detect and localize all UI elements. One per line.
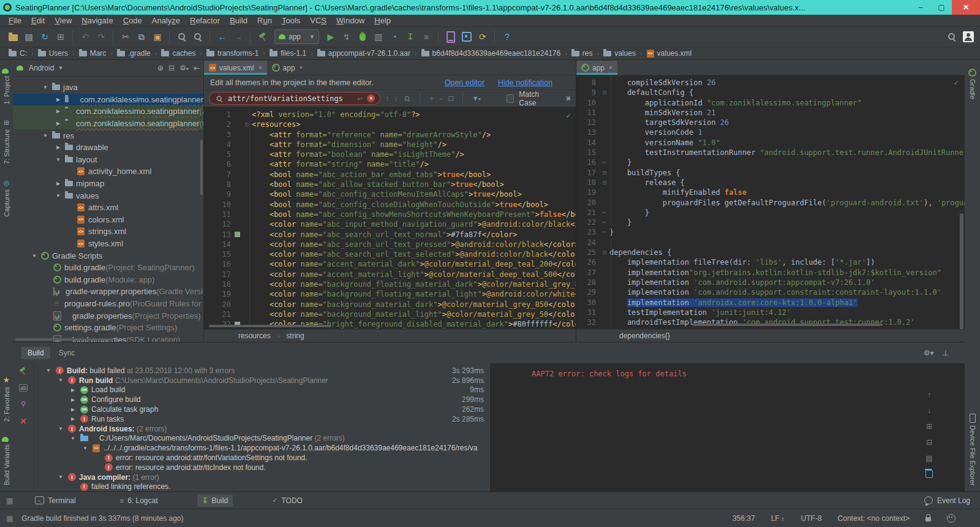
code-line[interactable]: 16⌐ }	[576, 157, 965, 167]
lock-icon[interactable]	[925, 517, 931, 521]
tool-strip-7-structure[interactable]: ⊞7: Structure	[3, 119, 10, 164]
fold-marker-icon[interactable]: ⌐	[600, 218, 609, 227]
project-tree-item[interactable]: ▼java	[13, 82, 203, 94]
match-case-checkbox[interactable]	[507, 94, 514, 103]
chevron-down-icon[interactable]: ▼	[81, 445, 89, 451]
build-tree-row[interactable]: ▶OKConfigure build299ms	[34, 395, 490, 404]
code-line[interactable]: 21 <color name="background_material_ligh…	[204, 309, 576, 319]
filter-icon[interactable]: ▼▾	[472, 95, 480, 102]
build-panel-tab-build[interactable]: Build	[21, 347, 50, 359]
minimize-button[interactable]: –	[910, 0, 931, 15]
code-line[interactable]: 23⌐}	[576, 227, 965, 237]
code-line[interactable]: 25⊟dependencies {	[576, 248, 965, 257]
menu-item-tools[interactable]: Tools	[277, 16, 305, 25]
export-icon[interactable]: ⊟	[926, 438, 932, 447]
chevron-right-icon[interactable]: ▶	[69, 387, 77, 393]
chevron-down-icon[interactable]: ▼	[57, 377, 64, 383]
gear-icon[interactable]: ⚙▾	[179, 64, 189, 72]
code-line[interactable]: 11 minSdkVersion 21	[576, 108, 965, 118]
chevron-right-icon[interactable]: ▶	[55, 108, 62, 114]
fold-marker-icon[interactable]: ⊟	[600, 168, 609, 178]
breadcrumb-item[interactable]: transforms-1	[204, 49, 261, 58]
pin-icon[interactable]: ⚲	[21, 400, 26, 408]
code-line[interactable]: 30 implementation 'androidx.core:core-kt…	[576, 298, 965, 308]
breadcrumb-item[interactable]: caches	[159, 49, 198, 58]
clear-all-icon[interactable]	[925, 470, 933, 478]
tab-app[interactable]: app×	[576, 61, 617, 75]
menu-item-refactor[interactable]: Refactor	[185, 16, 225, 25]
code-line[interactable]: 15 testInstrumentationRunner "android.su…	[576, 148, 965, 157]
tool-strip-build-variants[interactable]: Build Variants	[2, 437, 12, 485]
code-line[interactable]: 12 <color name="abc_input_method_navigat…	[204, 219, 576, 229]
tool-strip-1-project[interactable]: 1: Project	[2, 69, 12, 104]
replace-icon[interactable]	[190, 29, 205, 44]
project-tree-item[interactable]: <>strings.xml	[13, 226, 203, 238]
code-line[interactable]: 16 <color name="accent_material_dark">@c…	[204, 259, 576, 269]
build-tree-row[interactable]: !error: resource android:attr/fontVariat…	[34, 453, 490, 463]
inspections-profile-icon[interactable]	[947, 514, 956, 523]
chevron-right-icon[interactable]: ▶	[55, 145, 62, 150]
code-line[interactable]: 17 <color name="accent_material_light">@…	[204, 270, 576, 279]
remove-occurrence-icon[interactable]: −	[439, 94, 443, 103]
menu-item-window[interactable]: Window	[331, 16, 369, 25]
code-area-build-gradle[interactable]: ✓ 8 compileSdkVersion 269⊟ defaultConfig…	[576, 75, 965, 332]
chevron-down-icon[interactable]: ▼	[57, 474, 64, 480]
project-tree-item[interactable]: <>colors.xml	[13, 214, 203, 226]
code-line[interactable]: 6 <attr format="string" name="title"/>	[204, 159, 576, 169]
ide-settings-sync-icon[interactable]: ⊞	[53, 29, 68, 44]
close-icon[interactable]: ✕	[20, 417, 27, 426]
file-encoding[interactable]: UTF-8	[801, 514, 822, 523]
chevron-down-icon[interactable]: ▼	[45, 368, 52, 373]
vertical-scrollbar[interactable]	[960, 213, 963, 336]
code-line[interactable]: 5 <attr format="boolean" name="isLightTh…	[204, 150, 576, 159]
code-line[interactable]: 3 <attr format="reference" name="drawerA…	[204, 130, 576, 140]
breadcrumb-item[interactable]: .gradle	[115, 49, 153, 58]
open-project-icon[interactable]	[6, 29, 20, 44]
vertical-scrollbar[interactable]	[200, 140, 203, 195]
context-widget[interactable]: Context: <no context>	[838, 514, 910, 523]
project-tree-item[interactable]: build.gradle (Project: SeatingPlanner)	[13, 262, 203, 274]
code-line[interactable]: 12 targetSdkVersion 26	[576, 118, 965, 127]
close-button[interactable]: ✕	[952, 0, 980, 15]
project-tree-item[interactable]: ▶com.zoniklalessimo.seatingplanner	[13, 94, 203, 106]
tab-app[interactable]: app×	[267, 61, 308, 75]
locate-icon[interactable]: ⊕	[157, 64, 164, 72]
chevron-down-icon[interactable]: ▼	[42, 133, 49, 138]
code-line[interactable]: 20 proguardFiles getDefaultProguardFile(…	[576, 198, 965, 208]
project-tree-item[interactable]: ▶com.zoniklalessimo.seatingplanner (andr…	[13, 105, 203, 118]
editor-breadcrumb-item[interactable]: string	[286, 332, 304, 340]
rebuild-icon[interactable]	[18, 367, 28, 376]
build-tree-row[interactable]: ▼!Run build C:\Users\Marc\Documents\Andr…	[34, 376, 490, 385]
dock-icon[interactable]: ⊥	[943, 349, 949, 357]
menu-item-run[interactable]: Run	[252, 16, 277, 25]
code-line[interactable]: 19 minifyEnabled false	[576, 188, 965, 197]
fold-marker-icon[interactable]: ⊟	[242, 119, 252, 129]
paste-icon[interactable]: ▣	[150, 29, 165, 44]
code-line[interactable]: 1<?xml version="1.0" encoding="utf-8"?>	[204, 110, 576, 119]
chevron-right-icon[interactable]: ▶	[69, 416, 77, 422]
menu-item-code[interactable]: Code	[118, 16, 147, 25]
debug-icon[interactable]	[355, 29, 370, 44]
scroll-up-icon[interactable]: ↑	[927, 390, 931, 399]
project-tree-item[interactable]: <>styles.xml	[13, 238, 203, 250]
build-tree-row[interactable]: ▼!Java compiler: (1 error)	[34, 472, 490, 482]
menu-item-file[interactable]: File	[4, 16, 26, 25]
gear-icon[interactable]: ⚙▾	[924, 349, 934, 357]
soft-wrap-icon[interactable]: ⊞	[926, 422, 932, 431]
project-tree-item[interactable]: gradle-wrapper.properties (Gradle Versio…	[13, 286, 203, 298]
line-separator[interactable]: LF ⇕	[771, 514, 785, 523]
breadcrumb-item[interactable]: Marc	[77, 49, 109, 58]
device-monitor-icon[interactable]: ↧	[403, 29, 418, 44]
code-line[interactable]: 15 <color name="abc_search_url_text_sele…	[204, 249, 576, 259]
breadcrumb-item[interactable]: C:	[6, 49, 29, 58]
project-view-selector[interactable]: Android	[29, 64, 54, 72]
code-line[interactable]: 14 <color name="abc_search_url_text_pres…	[204, 240, 576, 249]
toolwindow-button-6-logcat[interactable]: ≡6: Logcat	[115, 495, 163, 507]
tool-strip-2-favorites[interactable]: ★2: Favorites	[3, 376, 10, 422]
breadcrumb-item[interactable]: values	[601, 49, 638, 58]
project-tree-item[interactable]: ▶com.zoniklalessimo.seatingplanner (test…	[13, 118, 203, 130]
project-tree-item[interactable]: settings.gradle (Project Settings)	[13, 322, 203, 334]
build-panel-tab-sync[interactable]: Sync	[53, 347, 81, 359]
build-tree-row[interactable]: ▼<>../../../.gradle/caches/transforms-1/…	[34, 443, 490, 453]
build-tree-row[interactable]: ▼C:/Users/Marc/Documents/AndroidStudioPr…	[34, 434, 490, 444]
